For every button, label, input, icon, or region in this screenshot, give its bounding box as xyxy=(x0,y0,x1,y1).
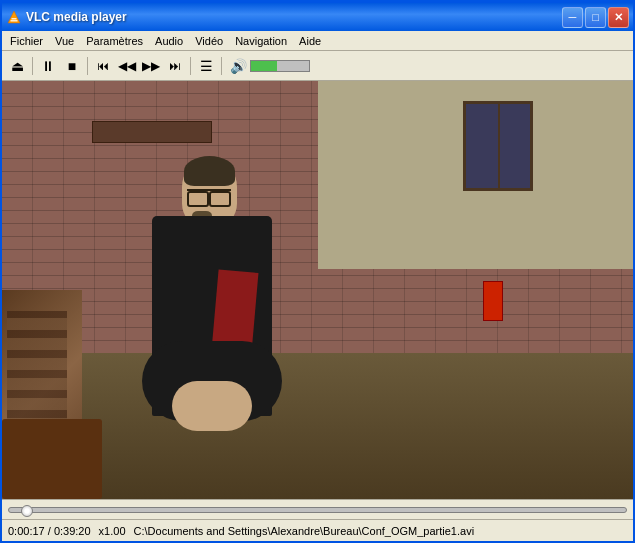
toolbar-separator-2 xyxy=(87,57,88,75)
svg-rect-2 xyxy=(11,20,18,22)
volume-icon: 🔊 xyxy=(230,58,247,74)
window-title: VLC media player xyxy=(26,10,558,24)
video-frame xyxy=(2,81,633,499)
time-total: 0:39:20 xyxy=(54,525,91,537)
title-bar: VLC media player ─ □ ✕ xyxy=(2,3,633,31)
menu-fichier[interactable]: Fichier xyxy=(4,33,49,49)
stop-button[interactable]: ■ xyxy=(61,55,83,77)
toolbar: ⏏ ⏸ ■ ⏮ ◀◀ ▶▶ ⏭ ☰ 🔊 xyxy=(2,51,633,81)
fastforward-button[interactable]: ▶▶ xyxy=(140,55,162,77)
menu-audio[interactable]: Audio xyxy=(149,33,189,49)
svg-rect-1 xyxy=(12,18,17,20)
eject-button[interactable]: ⏏ xyxy=(6,55,28,77)
menu-vue[interactable]: Vue xyxy=(49,33,80,49)
volume-control: 🔊 xyxy=(230,58,310,74)
vlc-icon xyxy=(6,9,22,25)
menu-parametres[interactable]: Paramètres xyxy=(80,33,149,49)
vlc-window: VLC media player ─ □ ✕ Fichier Vue Param… xyxy=(0,0,635,543)
toolbar-separator-1 xyxy=(32,57,33,75)
window-controls: ─ □ ✕ xyxy=(562,7,629,28)
volume-bar[interactable] xyxy=(250,60,310,72)
pause-button[interactable]: ⏸ xyxy=(37,55,59,77)
next-button[interactable]: ⏭ xyxy=(164,55,186,77)
toolbar-separator-3 xyxy=(190,57,191,75)
menu-aide[interactable]: Aide xyxy=(293,33,327,49)
menu-video[interactable]: Vidéo xyxy=(189,33,229,49)
playlist-button[interactable]: ☰ xyxy=(195,55,217,77)
maximize-button[interactable]: □ xyxy=(585,7,606,28)
hands xyxy=(172,381,252,431)
exit-sign xyxy=(483,281,503,321)
seekbar-area xyxy=(2,499,633,519)
person xyxy=(122,161,322,499)
video-display[interactable] xyxy=(2,81,633,499)
seekbar-track[interactable] xyxy=(8,507,627,513)
glasses xyxy=(187,189,231,201)
time-current: 0:00:17 xyxy=(8,525,45,537)
current-time: 0:00:17 / 0:39:20 xyxy=(8,525,91,537)
prev-button[interactable]: ⏮ xyxy=(92,55,114,77)
close-button[interactable]: ✕ xyxy=(608,7,629,28)
playback-speed: x1.00 xyxy=(99,525,126,537)
seekbar-thumb[interactable] xyxy=(21,505,33,517)
file-path: C:\Documents and Settings\Alexandre\Bure… xyxy=(134,525,627,537)
chair xyxy=(2,419,102,499)
minimize-button[interactable]: ─ xyxy=(562,7,583,28)
menu-navigation[interactable]: Navigation xyxy=(229,33,293,49)
toolbar-separator-4 xyxy=(221,57,222,75)
menu-bar: Fichier Vue Paramètres Audio Vidéo Navig… xyxy=(2,31,633,51)
building-sign xyxy=(92,121,212,143)
rewind-button[interactable]: ◀◀ xyxy=(116,55,138,77)
status-bar: 0:00:17 / 0:39:20 x1.00 C:\Documents and… xyxy=(2,519,633,541)
building-window xyxy=(463,101,533,191)
volume-fill xyxy=(251,61,277,71)
